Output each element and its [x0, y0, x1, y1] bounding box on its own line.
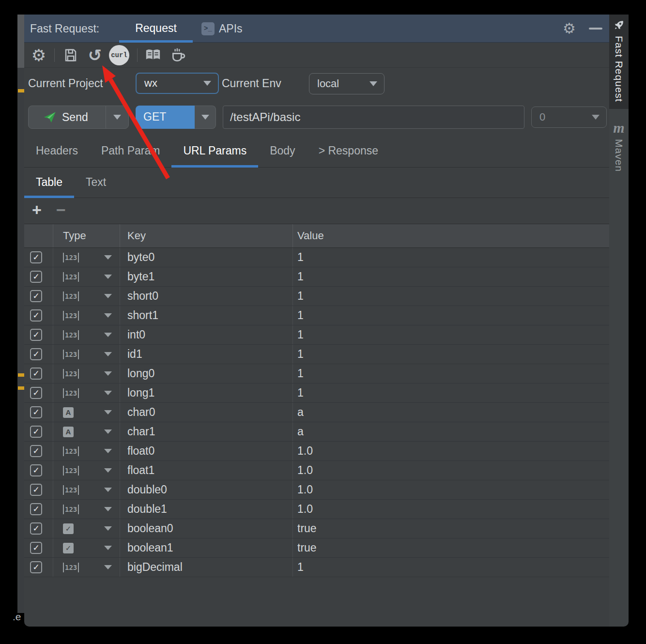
value-cell[interactable]: a [293, 422, 609, 441]
type-select[interactable]: 123 [53, 364, 120, 383]
stripe-button-fast-request[interactable]: Fast Request [609, 15, 629, 109]
table-row[interactable]: ✓123int01 [24, 325, 609, 345]
settings-gear-icon[interactable]: ⚙ [563, 15, 576, 43]
type-select[interactable]: 123 [53, 383, 120, 402]
tab-body[interactable]: Body [258, 136, 307, 168]
key-cell[interactable]: long0 [120, 364, 293, 383]
table-row[interactable]: ✓✓boolean0true [24, 519, 609, 538]
coffee-icon[interactable] [168, 43, 188, 67]
type-select[interactable]: A [53, 422, 120, 441]
type-select[interactable]: 123 [53, 248, 120, 267]
row-checkbox[interactable]: ✓ [30, 426, 42, 438]
http-method-arrow[interactable] [195, 106, 216, 129]
tab-headers[interactable]: Headers [24, 136, 90, 168]
row-checkbox[interactable]: ✓ [30, 522, 42, 535]
value-cell[interactable]: true [293, 538, 609, 557]
table-row[interactable]: ✓Achar0a [24, 403, 609, 422]
row-checkbox[interactable]: ✓ [30, 309, 42, 322]
key-cell[interactable]: char1 [120, 422, 293, 441]
value-cell[interactable]: 1.0 [293, 442, 609, 460]
type-select[interactable]: 123 [53, 461, 120, 480]
table-row[interactable]: ✓✓boolean1true [24, 538, 609, 558]
key-cell[interactable]: int0 [120, 325, 293, 344]
type-select[interactable]: 123 [53, 287, 120, 306]
row-checkbox[interactable]: ✓ [30, 290, 42, 302]
row-checkbox[interactable]: ✓ [30, 251, 42, 263]
row-checkbox[interactable]: ✓ [30, 561, 42, 573]
table-row[interactable]: ✓123byte01 [24, 248, 609, 267]
table-row[interactable]: ✓123id11 [24, 345, 609, 364]
key-cell[interactable]: short0 [120, 287, 293, 306]
tab-url-params[interactable]: URL Params [171, 136, 258, 168]
refresh-icon[interactable]: ↺ [85, 43, 105, 67]
remove-row-button[interactable]: − [56, 200, 66, 219]
type-select[interactable]: ✓ [53, 538, 120, 557]
table-row[interactable]: ✓123short01 [24, 287, 609, 306]
value-cell[interactable]: 1 [293, 325, 609, 344]
key-cell[interactable]: byte0 [120, 248, 293, 267]
tab-path-param[interactable]: Path Param [90, 136, 171, 168]
tab-request[interactable]: Request [119, 15, 193, 43]
http-method-select[interactable]: GET [136, 106, 216, 129]
send-button-main[interactable]: Send [29, 110, 106, 124]
value-cell[interactable]: a [293, 403, 609, 422]
key-cell[interactable]: byte1 [120, 267, 293, 286]
key-cell[interactable]: double0 [120, 480, 293, 499]
type-select[interactable]: 123 [53, 325, 120, 344]
row-checkbox[interactable]: ✓ [30, 445, 42, 457]
table-row[interactable]: ✓123short11 [24, 306, 609, 325]
documentation-book-icon[interactable] [143, 43, 163, 67]
key-cell[interactable]: float0 [120, 442, 293, 460]
value-cell[interactable]: true [293, 519, 609, 538]
table-row[interactable]: ✓123long11 [24, 383, 609, 403]
key-cell[interactable]: boolean0 [120, 519, 293, 538]
row-checkbox[interactable]: ✓ [30, 368, 42, 380]
row-checkbox[interactable]: ✓ [30, 542, 42, 554]
save-icon[interactable] [61, 43, 81, 67]
key-cell[interactable]: id1 [120, 345, 293, 364]
key-cell[interactable]: boolean1 [120, 538, 293, 557]
key-cell[interactable]: char0 [120, 403, 293, 422]
value-cell[interactable]: 1 [293, 267, 609, 286]
tab-table[interactable]: Table [24, 168, 74, 198]
value-cell[interactable]: 1.0 [293, 480, 609, 499]
table-row[interactable]: ✓123long01 [24, 364, 609, 383]
key-cell[interactable]: short1 [120, 306, 293, 325]
type-select[interactable]: ✓ [53, 519, 120, 538]
value-cell[interactable]: 1 [293, 364, 609, 383]
send-button[interactable]: Send [28, 106, 129, 129]
type-select[interactable]: 123 [53, 306, 120, 325]
type-select[interactable]: 123 [53, 442, 120, 460]
type-select[interactable]: 123 [53, 480, 120, 499]
type-select[interactable]: 123 [53, 345, 120, 364]
type-select[interactable]: 123 [53, 558, 120, 577]
table-row[interactable]: ✓123double11.0 [24, 500, 609, 519]
table-row[interactable]: ✓123bigDecimal1 [24, 558, 609, 577]
row-checkbox[interactable]: ✓ [30, 348, 42, 360]
curl-icon[interactable]: curl [109, 43, 129, 67]
value-cell[interactable]: 1.0 [293, 461, 609, 480]
current-env-select[interactable]: local [309, 73, 385, 94]
table-row[interactable]: ✓123float11.0 [24, 461, 609, 480]
stripe-button-maven[interactable]: mMaven [609, 109, 629, 172]
row-checkbox[interactable]: ✓ [30, 387, 42, 399]
value-cell[interactable]: 1 [293, 383, 609, 402]
send-options-arrow[interactable] [106, 106, 128, 128]
toolbar-settings-icon[interactable]: ⚙ [28, 43, 49, 67]
row-checkbox[interactable]: ✓ [30, 271, 42, 283]
table-row[interactable]: ✓Achar1a [24, 422, 609, 442]
type-select[interactable]: 123 [53, 267, 120, 286]
table-row[interactable]: ✓123float01.0 [24, 442, 609, 461]
history-count-select[interactable]: 0 [531, 107, 607, 128]
add-row-button[interactable]: + [32, 200, 42, 219]
value-cell[interactable]: 1 [293, 287, 609, 306]
key-cell[interactable]: double1 [120, 500, 293, 519]
current-project-select[interactable]: wx [136, 73, 219, 94]
value-cell[interactable]: 1 [293, 248, 609, 267]
value-cell[interactable]: 1.0 [293, 500, 609, 519]
type-select[interactable]: 123 [53, 500, 120, 519]
url-input[interactable]: /testAPi/basic [223, 106, 524, 129]
key-cell[interactable]: float1 [120, 461, 293, 480]
value-cell[interactable]: 1 [293, 345, 609, 364]
row-checkbox[interactable]: ✓ [30, 503, 42, 515]
